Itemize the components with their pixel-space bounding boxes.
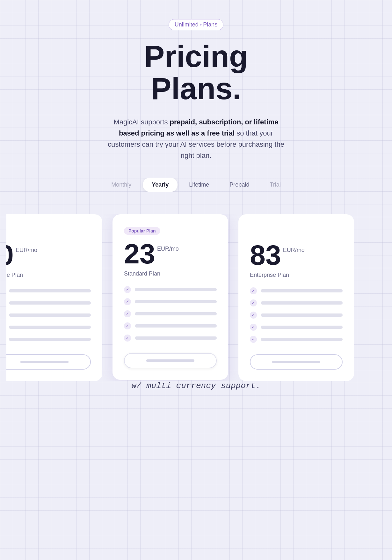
feature-bar — [135, 312, 217, 315]
feature-item: ✓ — [250, 312, 343, 319]
popular-badge: Popular Plan — [124, 227, 160, 235]
feature-bar — [9, 289, 91, 292]
feature-bar — [135, 288, 217, 291]
pricing-card-enterprise: 83 EUR/mo Enterprise Plan ✓ ✓ — [238, 214, 354, 381]
feature-bar — [135, 336, 217, 340]
tab-monthly[interactable]: Monthly — [102, 178, 140, 192]
check-icon: ✓ — [250, 336, 257, 343]
cta-bar-enterprise — [272, 361, 320, 363]
plan-name-standard: Standard Plan — [124, 270, 217, 277]
feature-item: ✓ — [6, 312, 91, 319]
price-row-enterprise: 83 EUR/mo — [250, 241, 343, 269]
plan-name-free: Free Plan — [6, 272, 91, 278]
feature-bar — [261, 289, 343, 292]
feature-bar — [9, 313, 91, 317]
tab-lifetime[interactable]: Lifetime — [180, 178, 218, 192]
badge-plans-text: Plans — [203, 21, 217, 28]
feature-bar — [9, 338, 91, 341]
footer-note: w/ multi currency support. — [131, 381, 261, 391]
pricing-card-free: 0 EUR/mo Free Plan ✓ ✓ — [6, 214, 102, 381]
feature-bar — [261, 326, 343, 329]
plan-name-enterprise: Enterprise Plan — [250, 272, 343, 278]
check-icon: ✓ — [124, 310, 131, 317]
badge-dot: • — [200, 21, 202, 28]
feature-bar — [135, 324, 217, 328]
check-icon: ✓ — [250, 312, 257, 319]
feature-item: ✓ — [250, 299, 343, 306]
feature-item: ✓ — [250, 324, 343, 331]
feature-item: ✓ — [6, 336, 91, 343]
cta-bar-standard — [146, 359, 194, 362]
feature-item: ✓ — [124, 298, 217, 305]
price-row-standard: 23 EUR/mo — [124, 240, 217, 268]
price-unit-free: EUR/mo — [16, 247, 37, 254]
features-free: ✓ ✓ ✓ ✓ — [6, 287, 91, 343]
cta-bar-free — [20, 361, 69, 363]
feature-item: ✓ — [6, 287, 91, 294]
feature-bar — [9, 301, 91, 305]
feature-item: ✓ — [250, 336, 343, 343]
tab-trial[interactable]: Trial — [261, 178, 289, 192]
pricing-scroll: 0 EUR/mo Free Plan ✓ ✓ — [6, 214, 386, 381]
feature-bar — [261, 313, 343, 317]
subtitle: MagicAI supports prepaid, subscription, … — [107, 116, 285, 161]
check-icon: ✓ — [124, 322, 131, 329]
feature-item: ✓ — [124, 335, 217, 342]
hero-heading: Pricing Plans. — [144, 41, 248, 105]
check-icon: ✓ — [250, 324, 257, 331]
plan-card-free: 0 EUR/mo Free Plan ✓ ✓ — [6, 214, 105, 381]
feature-item: ✓ — [124, 286, 217, 293]
features-standard: ✓ ✓ ✓ ✓ — [124, 286, 217, 342]
hero-line1: Pricing — [144, 39, 248, 73]
pricing-card-standard: Popular Plan 23 EUR/mo Standard Plan ✓ ✓ — [113, 214, 228, 380]
feature-item: ✓ — [250, 287, 343, 294]
feature-item: ✓ — [6, 324, 91, 331]
feature-item: ✓ — [124, 310, 217, 317]
feature-item: ✓ — [124, 322, 217, 329]
price-number-enterprise: 83 — [250, 241, 281, 269]
feature-bar — [261, 301, 343, 305]
check-icon: ✓ — [124, 298, 131, 305]
unlimited-plans-badge: Unlimited • Plans — [169, 19, 223, 30]
plan-card-standard: Popular Plan 23 EUR/mo Standard Plan ✓ ✓ — [110, 214, 231, 381]
check-icon: ✓ — [250, 299, 257, 306]
features-enterprise: ✓ ✓ ✓ ✓ — [250, 287, 343, 343]
cta-button-enterprise[interactable] — [250, 354, 343, 370]
price-number-free: 0 — [6, 241, 14, 269]
feature-item: ✓ — [6, 299, 91, 306]
hero-line2: Plans. — [151, 71, 241, 106]
tab-yearly[interactable]: Yearly — [143, 178, 178, 192]
feature-bar — [135, 300, 217, 303]
check-icon: ✓ — [124, 335, 131, 342]
cta-button-standard[interactable] — [124, 353, 217, 368]
pricing-tabs: Monthly Yearly Lifetime Prepaid Trial — [102, 178, 290, 192]
price-row-free: 0 EUR/mo — [6, 241, 91, 269]
tab-prepaid[interactable]: Prepaid — [221, 178, 258, 192]
cta-button-free[interactable] — [6, 354, 91, 370]
feature-bar — [9, 326, 91, 329]
pricing-cards-container: 0 EUR/mo Free Plan ✓ ✓ — [6, 214, 386, 381]
check-icon: ✓ — [250, 287, 257, 294]
badge-unlimited-text: Unlimited — [175, 21, 199, 28]
price-unit-enterprise: EUR/mo — [283, 247, 305, 254]
plan-card-enterprise: 83 EUR/mo Enterprise Plan ✓ ✓ — [236, 214, 357, 381]
price-unit-standard: EUR/mo — [157, 246, 179, 252]
feature-bar — [261, 338, 343, 341]
price-number-standard: 23 — [124, 240, 155, 268]
check-icon: ✓ — [124, 286, 131, 293]
